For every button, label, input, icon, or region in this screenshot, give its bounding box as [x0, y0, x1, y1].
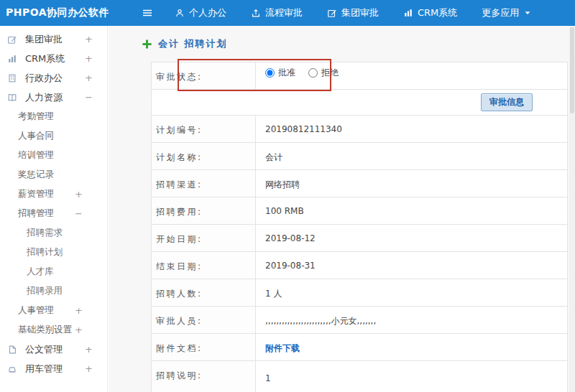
sidebar-item-base-category-settings[interactable]: 基础类别设置 +: [0, 320, 107, 340]
sidebar-item-label: 行政办公: [25, 72, 63, 85]
nav-crm-system[interactable]: CRM系统: [403, 6, 457, 19]
nav-label: 流程审批: [265, 6, 303, 19]
field-value: 网络招聘: [256, 170, 567, 197]
nav-label: CRM系统: [418, 6, 457, 19]
nav-label: 个人办公: [189, 6, 226, 19]
upload-icon: [251, 8, 261, 18]
sidebar-item-recruit-demand[interactable]: 招聘需求: [0, 223, 107, 243]
edit-icon: [327, 8, 337, 18]
field-label: 审批状态:: [152, 62, 256, 89]
nav-label: 更多应用: [482, 6, 519, 19]
nav-group-approval[interactable]: 集团审批: [327, 6, 379, 19]
recruit-plan-detail-table: 审批状态: 批准 拒绝 审批信息 计划编号: 20190812111340 计划…: [151, 62, 568, 392]
sidebar-item-label: 公文管理: [25, 343, 63, 356]
field-value: ,,,,,,,,,,,,,,,,,,,,,,,,小元女,,,,,,,: [256, 307, 567, 333]
sidebar-item-group-approval[interactable]: 集团审批 +: [0, 29, 107, 49]
field-value: 2019-08-12: [256, 225, 567, 251]
sidebar-item-label: 人事合同: [18, 130, 54, 142]
car-icon: [7, 364, 19, 374]
nav-more-apps[interactable]: 更多应用: [482, 6, 532, 19]
sidebar-item-training-mgmt[interactable]: 培训管理: [0, 146, 107, 165]
description-line: 1: [265, 370, 560, 387]
expand-toggle: +: [75, 305, 83, 316]
scrollbar-thumb[interactable]: [570, 27, 574, 113]
table-row-start-date: 开始日期: 2019-08-12: [152, 225, 567, 252]
field-label: 招聘说明:: [152, 361, 256, 392]
field-label: 招聘人数:: [152, 279, 256, 306]
edit-icon: [7, 34, 19, 45]
sidebar-item-admin-office[interactable]: 行政办公 +: [0, 68, 107, 88]
approve-button-row: 审批信息: [152, 90, 567, 116]
sidebar-item-label: 基础类别设置: [18, 324, 72, 336]
sidebar-item-label: 奖惩记录: [18, 169, 54, 181]
field-label: 审批人员:: [152, 307, 256, 333]
expand-toggle: +: [85, 344, 93, 355]
expand-toggle: +: [85, 363, 93, 374]
topbar: PHPOA协同办公软件 个人办公 流程审批 集团审批: [0, 0, 575, 26]
table-row-plan-name: 计划名称: 会计: [152, 143, 567, 170]
nav-workflow-approval[interactable]: 流程审批: [251, 6, 303, 19]
caret-down-icon: [523, 9, 532, 17]
sidebar-item-recruit-hire[interactable]: 招聘录用: [0, 281, 107, 301]
approve-info-button[interactable]: 审批信息: [481, 93, 533, 111]
sidebar-item-label: 集团审批: [25, 33, 63, 46]
sidebar-item-reward-records[interactable]: 奖惩记录: [0, 165, 107, 185]
top-navigation: 个人办公 流程审批 集团审批 CRM系统 更多应用: [175, 6, 532, 19]
approval-status-row: 审批状态: 批准 拒绝: [152, 62, 567, 90]
nav-label: 集团审批: [341, 6, 379, 19]
sidebar-item-talent-pool[interactable]: 人才库: [0, 262, 107, 281]
person-icon: [175, 8, 185, 18]
field-label: 开始日期:: [152, 225, 256, 251]
vertical-scrollbar[interactable]: [569, 26, 575, 392]
sidebar-item-crm-system[interactable]: CRM系统 +: [0, 49, 107, 68]
field-value: 1 2: [256, 361, 567, 392]
field-value: 会计: [256, 143, 567, 169]
expand-toggle: +: [75, 325, 83, 335]
field-label: 招聘渠道:: [152, 170, 256, 197]
table-row-recruit-channel: 招聘渠道: 网络招聘: [152, 170, 567, 197]
collapse-toggle: −: [85, 92, 93, 103]
sidebar-item-attendance-mgmt[interactable]: 考勤管理: [0, 107, 107, 126]
document-icon: [7, 345, 19, 355]
expand-toggle: +: [85, 73, 93, 83]
sidebar-item-label: 考勤管理: [18, 111, 54, 123]
reject-radio[interactable]: [308, 68, 318, 78]
field-value: 2019-08-31: [256, 252, 567, 279]
sidebar-item-personnel-mgmt[interactable]: 人事管理 +: [0, 301, 107, 320]
table-row-recruit-cost: 招聘费用: 100 RMB: [152, 197, 567, 225]
approve-option[interactable]: 批准: [265, 67, 295, 79]
menu-toggle-button[interactable]: [142, 7, 153, 19]
attachment-download-link[interactable]: 附件下载: [265, 343, 300, 353]
sidebar-item-label: 人才库: [27, 266, 54, 278]
sidebar-item-document-mgmt[interactable]: 公文管理 +: [0, 340, 107, 359]
nav-personal-office[interactable]: 个人办公: [175, 6, 226, 19]
radio-label: 批准: [278, 67, 295, 79]
sidebar-item-label: 招聘管理: [18, 207, 54, 220]
reject-option[interactable]: 拒绝: [308, 67, 339, 79]
approve-radio[interactable]: [265, 68, 275, 78]
table-row-attachment: 附件文档: 附件下载: [152, 334, 567, 361]
approval-status-options: 批准 拒绝: [256, 62, 567, 89]
sidebar: 集团审批 + CRM系统 + 行政办公 + 人力资源 − 考勤管理 人事合同 培…: [0, 26, 108, 392]
sidebar-item-label: 人力资源: [25, 91, 63, 104]
expand-toggle: +: [75, 189, 83, 200]
bar-chart-icon: [403, 8, 413, 18]
radio-label: 拒绝: [321, 67, 339, 79]
bar-chart-icon: [7, 54, 19, 64]
table-row-recruit-description: 招聘说明: 1 2: [152, 361, 567, 392]
sidebar-item-human-resources[interactable]: 人力资源 −: [0, 88, 107, 107]
sidebar-item-salary-mgmt[interactable]: 薪资管理 +: [0, 185, 107, 204]
table-row-approvers: 审批人员: ,,,,,,,,,,,,,,,,,,,,,,,,小元女,,,,,,,: [152, 307, 567, 334]
table-row-headcount: 招聘人数: 1 人: [152, 279, 567, 307]
main-content: 会计 招聘计划 审批状态: 批准 拒绝 审批信息 计划编号: 201: [109, 26, 569, 392]
field-label: 计划编号:: [152, 116, 256, 142]
sidebar-item-recruitment-mgmt[interactable]: 招聘管理 −: [0, 204, 107, 223]
sidebar-item-recruit-plan[interactable]: 招聘计划: [0, 243, 107, 262]
sidebar-item-label: 招聘需求: [27, 227, 63, 239]
table-row-end-date: 结束日期: 2019-08-31: [152, 252, 567, 279]
field-label: 附件文档:: [152, 334, 256, 360]
sidebar-item-vehicle-mgmt[interactable]: 用车管理 +: [0, 359, 107, 378]
description-line: 2: [265, 387, 560, 392]
hamburger-icon: [142, 7, 153, 19]
sidebar-item-personnel-contract[interactable]: 人事合同: [0, 126, 107, 146]
